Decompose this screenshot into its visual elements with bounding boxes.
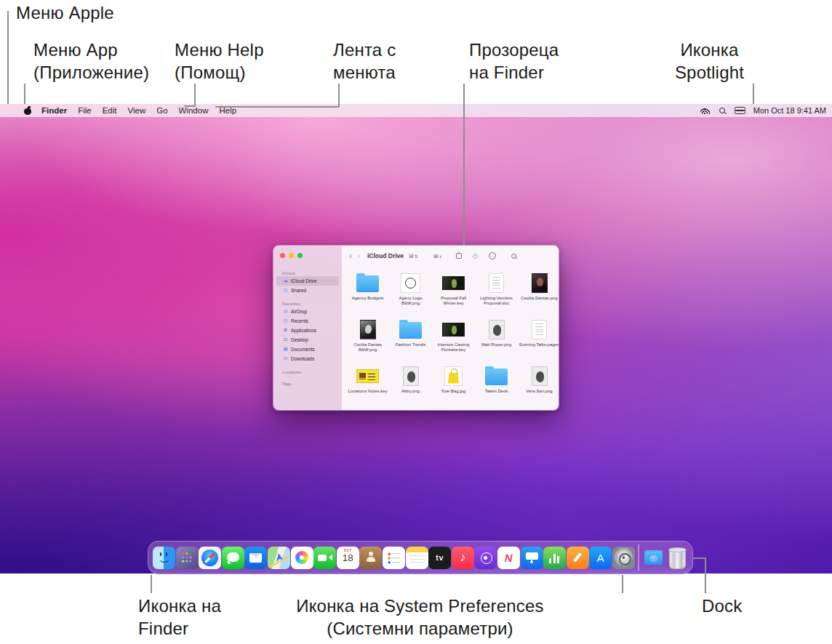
finder-main-area: ‹ › iCloud Drive ⊞⇅ ⊞∨ ◇ ⋯ A bbox=[342, 246, 559, 410]
sidebar-row-shared[interactable]: Shared bbox=[276, 286, 339, 295]
file-item[interactable]: Locations Notes.key bbox=[346, 363, 389, 409]
file-item[interactable]: Abby.png bbox=[389, 363, 432, 409]
menu-item-finder[interactable]: Finder bbox=[41, 106, 67, 115]
sidebar-row-documents[interactable]: Documents bbox=[276, 345, 339, 354]
dock-item-facetime[interactable] bbox=[313, 541, 336, 574]
sidebar-row-downloads[interactable]: Downloads bbox=[276, 354, 339, 363]
dock-item-tv[interactable]: tv bbox=[428, 541, 451, 574]
file-thumbnail-wrap bbox=[356, 270, 379, 296]
file-item[interactable]: Proposal Fall Winter.key bbox=[432, 270, 475, 316]
file-thumbnail bbox=[356, 275, 379, 292]
callout-line-help-menu bbox=[194, 84, 196, 107]
file-item[interactable]: Cecilia Dantas B&W.png bbox=[346, 316, 389, 363]
sidebar-row: Locations bbox=[276, 369, 339, 375]
app-icon bbox=[176, 547, 199, 569]
file-thumbnail bbox=[489, 320, 505, 339]
sidebar-item-label: iCloud bbox=[282, 271, 295, 275]
app-icon-text: tv bbox=[436, 553, 444, 562]
more-options-button[interactable]: ⋯ bbox=[489, 252, 496, 259]
file-thumbnail-wrap bbox=[399, 316, 422, 342]
app-icon: tv bbox=[428, 547, 451, 569]
dock-item-trash[interactable] bbox=[665, 541, 688, 574]
sidebar-row-cloud[interactable]: iCloud Drive bbox=[276, 276, 339, 286]
file-item[interactable]: Evening Talks.pages bbox=[518, 316, 559, 363]
dock-item-messages[interactable] bbox=[222, 541, 244, 574]
forward-button[interactable]: › bbox=[357, 251, 360, 260]
file-thumbnail-wrap bbox=[532, 363, 548, 389]
dock-item-news[interactable]: N bbox=[497, 541, 520, 574]
sidebar-row-airdrop[interactable]: AirDrop bbox=[276, 307, 339, 316]
menu-item-go[interactable]: Go bbox=[156, 106, 167, 115]
dock-item-safari[interactable] bbox=[199, 541, 221, 574]
tag-button[interactable]: ◇ bbox=[473, 252, 478, 259]
sidebar-rows: iCloud iCloud Drive Shared Favorites bbox=[273, 270, 342, 387]
file-item[interactable]: Talent Deck bbox=[475, 363, 518, 409]
callout-app-menu-line2: (Приложение) bbox=[33, 61, 149, 84]
group-view-button[interactable]: ⊞∨ bbox=[433, 253, 442, 259]
file-thumbnail bbox=[485, 369, 508, 385]
file-item[interactable]: Lighting Vendors Proposal.doc bbox=[475, 270, 518, 316]
callout-line-help-menu-elbow bbox=[184, 105, 196, 107]
file-thumbnail bbox=[532, 320, 547, 339]
callout-finder-window-line2: на Finder bbox=[469, 61, 559, 84]
dock-item-notes[interactable] bbox=[406, 541, 428, 574]
dock-item-finder[interactable] bbox=[153, 541, 175, 574]
callout-menu-bar: Лента с менюта bbox=[333, 39, 396, 84]
sidebar-item-icon bbox=[282, 328, 289, 333]
menu-item-edit[interactable]: Edit bbox=[103, 106, 117, 115]
callout-line-finder-window bbox=[463, 84, 465, 245]
file-item[interactable]: Ageny Logo B&W.png bbox=[389, 270, 432, 316]
dock-item-reminders[interactable] bbox=[383, 541, 405, 574]
sidebar-row-desktop[interactable]: Desktop bbox=[276, 335, 339, 345]
sidebar-row-recents[interactable]: Recents bbox=[276, 316, 339, 326]
file-item[interactable]: Interiors Casting Portraits.key bbox=[432, 316, 475, 363]
file-item[interactable]: Fashion Trends bbox=[389, 316, 432, 363]
file-thumbnail bbox=[489, 273, 504, 293]
file-item[interactable]: Vera San.png bbox=[518, 363, 559, 409]
dock-item-numbers[interactable] bbox=[543, 541, 566, 574]
menu-item-file[interactable]: File bbox=[78, 106, 92, 115]
dock-item-mail[interactable] bbox=[244, 541, 267, 574]
dock-item-pages[interactable] bbox=[567, 541, 589, 574]
desktop-wallpaper[interactable]: FinderFileEditViewGoWindowHelp Mon Oct 1… bbox=[0, 104, 832, 573]
dock-item-sysprefs[interactable] bbox=[612, 541, 635, 574]
sidebar-row: Favorites bbox=[276, 300, 339, 307]
minimize-button[interactable] bbox=[289, 253, 294, 258]
wifi-icon[interactable] bbox=[700, 108, 710, 114]
back-button[interactable]: ‹ bbox=[349, 251, 352, 260]
dock-item-photos[interactable] bbox=[291, 541, 313, 574]
control-center-icon[interactable] bbox=[735, 107, 744, 114]
dock-item-music[interactable]: ♪ bbox=[452, 541, 474, 574]
close-button[interactable] bbox=[280, 253, 285, 258]
callout-spotlight-line2: Spotlight bbox=[649, 61, 769, 84]
file-thumbnail-wrap bbox=[489, 270, 504, 296]
dock-item-calendar[interactable]: OCT 18 bbox=[337, 541, 359, 574]
file-item[interactable]: Matt Roper.png bbox=[475, 316, 518, 363]
dock-item-appstore[interactable]: A bbox=[589, 541, 612, 574]
file-name: Talent Deck bbox=[485, 389, 508, 394]
share-button[interactable] bbox=[456, 253, 462, 259]
app-icon-text: N bbox=[503, 552, 513, 564]
spotlight-search-icon[interactable] bbox=[719, 108, 725, 113]
file-item[interactable]: Agency Budgets bbox=[346, 270, 389, 316]
dock-item-podcasts[interactable] bbox=[474, 541, 497, 574]
search-button[interactable] bbox=[511, 254, 516, 259]
dock-item-keynote[interactable] bbox=[521, 541, 543, 574]
dock-item-maps[interactable] bbox=[268, 541, 290, 574]
app-icon: OCT 18 bbox=[337, 547, 359, 569]
dock-item-launchpad[interactable] bbox=[176, 541, 199, 574]
dock-item-contacts[interactable] bbox=[359, 541, 382, 574]
zoom-button[interactable] bbox=[297, 253, 303, 258]
callout-finder-icon-line2: Finder bbox=[138, 617, 221, 640]
dock-item-downloads[interactable]: ↓ bbox=[642, 541, 665, 574]
view-toggle-button[interactable]: ⊞⇅ bbox=[409, 253, 418, 259]
file-item[interactable]: Tote Bag.jpg bbox=[432, 363, 475, 409]
apple-menu-icon[interactable] bbox=[24, 106, 31, 115]
menu-item-window[interactable]: Window bbox=[179, 106, 209, 115]
file-item[interactable]: Cecilia Dantas.png bbox=[518, 270, 559, 316]
menu-item-view[interactable]: View bbox=[128, 106, 146, 115]
menu-bar-clock[interactable]: Mon Oct 18 9:41 AM bbox=[753, 106, 826, 115]
callout-line-sysprefs bbox=[622, 575, 623, 593]
sidebar-item-icon bbox=[282, 337, 289, 342]
sidebar-row-applications[interactable]: Applications bbox=[276, 326, 339, 335]
